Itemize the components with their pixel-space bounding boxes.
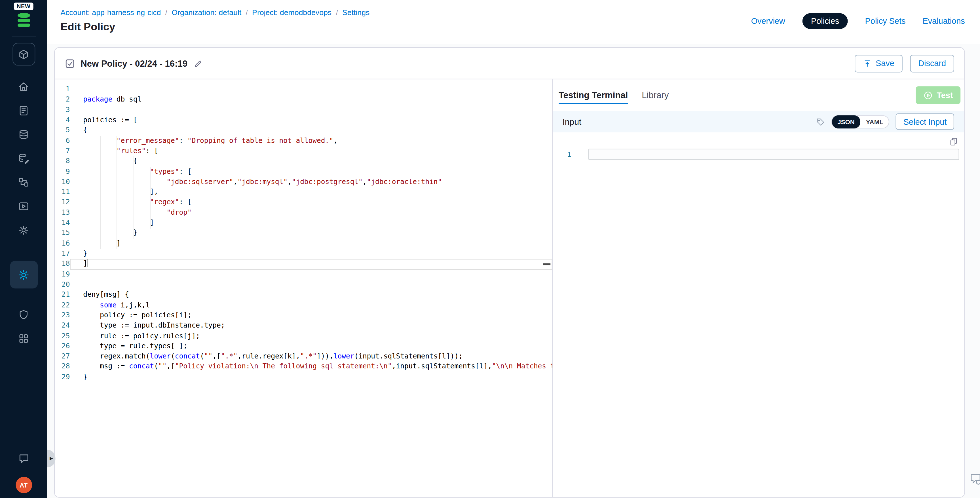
user-avatar[interactable]: AT: [15, 477, 32, 493]
code-line-3[interactable]: 3: [55, 105, 552, 115]
sidebar-item-governance[interactable]: [11, 302, 36, 326]
line-number: 10: [55, 177, 70, 187]
line-number: 9: [55, 167, 70, 177]
policy-card-header: New Policy - 02/24 - 16:19 Save Discard: [55, 48, 964, 80]
format-toggle: JSON YAML: [831, 115, 889, 128]
policy-card-body: 12package db_sql34policies := [5{6 "erro…: [55, 80, 964, 497]
pencil-icon: [193, 59, 202, 68]
line-number: 29: [55, 372, 70, 382]
code-line-25[interactable]: 25 rule := policy.rules[j];: [55, 331, 552, 341]
sidebar-item-db-changes[interactable]: [11, 146, 36, 170]
input-editor-current-line[interactable]: [589, 149, 959, 160]
discard-button[interactable]: Discard: [910, 54, 954, 72]
line-number: 23: [55, 310, 70, 321]
code-line-1[interactable]: 1: [55, 84, 552, 95]
code-line-11[interactable]: 11 ],: [55, 187, 552, 197]
tab-evaluations[interactable]: Evaluations: [923, 16, 965, 25]
code-line-4[interactable]: 4policies := [: [55, 115, 552, 125]
edit-policy-name-button[interactable]: [193, 59, 202, 68]
tab-policy-sets[interactable]: Policy Sets: [865, 16, 906, 25]
test-button-label: Test: [937, 91, 953, 100]
tab-library[interactable]: Library: [642, 80, 669, 111]
sidebar-item-pipelines[interactable]: [11, 170, 36, 194]
copy-button[interactable]: [949, 137, 958, 148]
format-yaml-option[interactable]: YAML: [860, 115, 889, 128]
code-line-28[interactable]: 28 msg := concat("",["Policy violation:\…: [55, 362, 552, 372]
code-line-24[interactable]: 24 type := input.dbInstance.type;: [55, 321, 552, 331]
save-button[interactable]: Save: [855, 54, 903, 72]
checkbox-icon: [65, 58, 75, 68]
line-number: 3: [55, 105, 70, 115]
tab-testing-terminal[interactable]: Testing Terminal: [558, 80, 628, 111]
sidebar-item-organization[interactable]: [11, 326, 36, 350]
line-number: 7: [55, 146, 70, 156]
app-root: NEW: [0, 0, 980, 498]
line-content: "types": [: [70, 167, 552, 177]
testing-panel-tabs: Testing Terminal Library Test: [553, 80, 964, 111]
sidebar-bottom: AT: [15, 452, 32, 498]
sidebar-item-executions[interactable]: [11, 194, 36, 218]
select-input-button[interactable]: Select Input: [896, 113, 954, 130]
grid-icon: [18, 333, 30, 344]
tab-policies-active[interactable]: Policies: [802, 13, 848, 29]
harness-db-devops-logo[interactable]: [15, 12, 32, 31]
code-line-14[interactable]: 14 ]: [55, 218, 552, 228]
tag-button[interactable]: [816, 117, 825, 126]
sidebar-item-policies[interactable]: [11, 98, 36, 122]
tag-icon: [816, 117, 825, 126]
card-header-actions: Save Discard: [855, 54, 954, 72]
breadcrumb-account[interactable]: Account: app-harness-ng-cicd: [60, 8, 161, 17]
line-content: msg := concat("",["Policy violation:\n T…: [70, 362, 552, 372]
code-line-6[interactable]: 6 "error_message": "Dropping of table is…: [55, 136, 552, 146]
code-line-29[interactable]: 29}: [55, 372, 552, 382]
code-line-18[interactable]: 18]: [55, 259, 552, 269]
line-content: ],: [70, 187, 552, 197]
line-number: 28: [55, 362, 70, 372]
code-line-8[interactable]: 8 {: [55, 156, 552, 167]
code-line-15[interactable]: 15 }: [55, 228, 552, 239]
help-chat-button[interactable]: [17, 452, 30, 467]
code-line-9[interactable]: 9 "types": [: [55, 167, 552, 177]
policy-code-editor[interactable]: 12package db_sql34policies := [5{6 "erro…: [55, 80, 552, 497]
line-content: policy := policies[i];: [70, 310, 552, 321]
code-line-17[interactable]: 17}: [55, 249, 552, 259]
code-line-5[interactable]: 5{: [55, 126, 552, 136]
line-number: 6: [55, 136, 70, 146]
code-line-26[interactable]: 26 type = rule.types[_];: [55, 341, 552, 352]
line-content: {: [70, 126, 552, 136]
chevron-right-icon: ▶: [49, 456, 53, 461]
code-lines: 12package db_sql34policies := [5{6 "erro…: [55, 84, 552, 383]
code-line-16[interactable]: 16 ]: [55, 239, 552, 249]
sidebar-item-home[interactable]: [11, 74, 36, 98]
test-button[interactable]: Test: [916, 86, 961, 104]
sidebar-item-module[interactable]: [12, 43, 35, 65]
sidebar-item-databases[interactable]: [11, 122, 36, 146]
line-number: 26: [55, 341, 70, 352]
line-content: ]: [70, 259, 552, 269]
indent-guide: [100, 136, 100, 249]
code-line-7[interactable]: 7 "rules": [: [55, 146, 552, 156]
breadcrumb-organization[interactable]: Organization: default: [172, 8, 241, 17]
code-line-27[interactable]: 27 regex.match(lower(concat("",[".*",rul…: [55, 352, 552, 362]
code-line-13[interactable]: 13 "drop": [55, 208, 552, 218]
breadcrumb-project[interactable]: Project: demodbdevops: [252, 8, 331, 17]
line-content: [70, 280, 552, 290]
breadcrumb-settings[interactable]: Settings: [342, 8, 369, 17]
support-chat-widget[interactable]: [969, 472, 980, 488]
code-line-19[interactable]: 19: [55, 269, 552, 280]
line-content: package db_sql: [70, 95, 552, 105]
policy-nav-tabs: Overview Policies Policy Sets Evaluation…: [751, 13, 965, 29]
format-json-option[interactable]: JSON: [832, 115, 860, 128]
code-line-20[interactable]: 20: [55, 280, 552, 290]
tab-overview[interactable]: Overview: [751, 16, 785, 25]
code-line-22[interactable]: 22 some i,j,k,l: [55, 300, 552, 310]
code-line-12[interactable]: 12 "regex": [: [55, 197, 552, 208]
home-icon: [18, 80, 30, 92]
line-content: "jdbc:sqlserver","jdbc:mysql","jdbc:post…: [70, 177, 552, 187]
code-line-21[interactable]: 21deny[msg] {: [55, 290, 552, 300]
code-line-23[interactable]: 23 policy := policies[i];: [55, 310, 552, 321]
code-line-10[interactable]: 10 "jdbc:sqlserver","jdbc:mysql","jdbc:p…: [55, 177, 552, 187]
sidebar-item-project-settings-active[interactable]: [10, 261, 37, 289]
code-line-2[interactable]: 2package db_sql: [55, 95, 552, 105]
sidebar-item-settings[interactable]: [11, 218, 36, 242]
